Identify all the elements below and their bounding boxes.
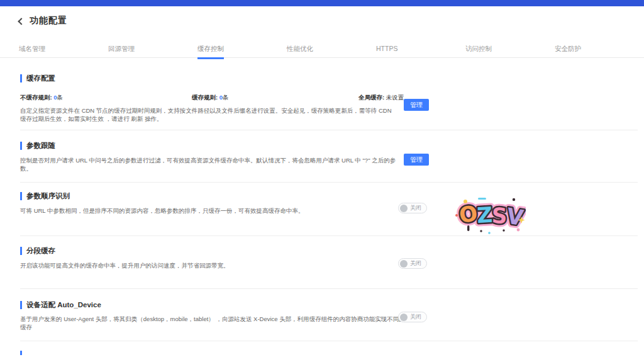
- section-description: 控制是否对用户请求 URL 中问号之后的参数进行过滤，可有效提高资源文件缓存命中…: [20, 156, 397, 173]
- section-title: 缓存配置: [20, 74, 638, 83]
- toggle-label: 关闭: [410, 259, 421, 268]
- section-description: 可将 URL 中参数相同，但是排序不同的资源内容，忽略参数的排序，只缓存一份，可…: [20, 207, 396, 215]
- back-icon[interactable]: [18, 18, 25, 25]
- section-title: 参数顺序识别: [20, 191, 638, 201]
- section-title: 设备适配 Auto_Device: [20, 300, 638, 310]
- tab-access-control[interactable]: 访问控制: [465, 40, 555, 57]
- tab-bar: 域名管理 回源管理 缓存控制 性能优化 HTTPS 访问控制 安全防护: [0, 40, 644, 58]
- ozsv-graffiti-sticker: OZSV OZSV OZSV: [453, 194, 526, 235]
- stat-global-cache: 全局缓存: 未设置: [358, 94, 404, 102]
- stat-cache-rules: 缓存规则: 0条: [192, 94, 358, 102]
- section-title: 参数跟随: [20, 141, 638, 150]
- next-section-accent-bar: [20, 351, 22, 355]
- section-title: 分段缓存: [20, 246, 638, 256]
- stat-value: 未设置: [386, 94, 404, 101]
- page-title: 功能配置: [30, 15, 67, 26]
- toggle-knob-icon: [400, 314, 408, 321]
- tab-https[interactable]: HTTPS: [376, 40, 465, 57]
- section-description: 开启该功能可提高文件的缓存命中率，提升用户的访问速度，并节省回源带宽。: [20, 261, 396, 269]
- toggle-knob-icon: [400, 205, 408, 212]
- stat-no-cache-rules: 不缓存规则: 0条: [20, 94, 192, 102]
- top-accent-bar: [0, 0, 644, 6]
- tab-cache-control[interactable]: 缓存控制: [197, 40, 287, 57]
- tab-performance[interactable]: 性能优化: [287, 40, 376, 57]
- section-range-cache: 分段缓存 开启该功能可提高文件的缓存命中率，提升用户的访问速度，并节省回源带宽。…: [20, 236, 638, 289]
- manage-param-follow-button[interactable]: 管理: [404, 154, 429, 166]
- section-param-order: 参数顺序识别 可将 URL 中参数相同，但是排序不同的资源内容，忽略参数的排序，…: [20, 183, 638, 236]
- main-content: 缓存配置 不缓存规则: 0条 缓存规则: 0条 全局缓存: 未设置 自定义指定资…: [0, 57, 644, 341]
- section-cache-config: 缓存配置 不缓存规则: 0条 缓存规则: 0条 全局缓存: 未设置 自定义指定资…: [20, 57, 638, 130]
- toggle-knob-icon: [400, 260, 408, 268]
- device-adapt-toggle[interactable]: 关闭: [398, 312, 427, 322]
- section-device-adapt: 设备适配 Auto_Device 基于用户发来的 User-Agent 头部，将…: [20, 289, 638, 341]
- tab-origin-management[interactable]: 回源管理: [108, 40, 197, 57]
- tab-domain-management[interactable]: 域名管理: [19, 40, 108, 57]
- tab-security[interactable]: 安全防护: [555, 40, 644, 57]
- param-order-toggle[interactable]: 关闭: [398, 203, 427, 213]
- page-header: 功能配置: [19, 15, 67, 26]
- section-param-follow: 参数跟随 控制是否对用户请求 URL 中问号之后的参数进行过滤，可有效提高资源文…: [20, 130, 638, 183]
- cache-stats-row: 不缓存规则: 0条 缓存规则: 0条 全局缓存: 未设置: [20, 94, 638, 102]
- toggle-label: 关闭: [410, 204, 421, 212]
- section-description: 基于用户发来的 User-Agent 头部，将其归类（desktop，mobil…: [20, 315, 423, 331]
- section-description: 自定义指定资源文件在 CDN 节点的缓存过期时间规则，支持按文件路径以及文件后缀…: [20, 106, 396, 123]
- range-cache-toggle[interactable]: 关闭: [398, 258, 427, 269]
- toggle-label: 关闭: [410, 313, 421, 321]
- manage-cache-config-button[interactable]: 管理: [404, 99, 429, 111]
